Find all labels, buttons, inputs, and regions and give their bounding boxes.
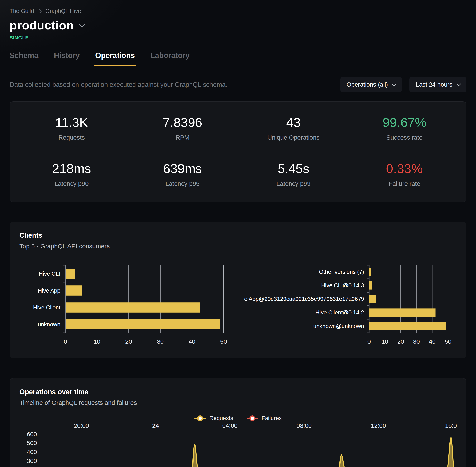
svg-text:30: 30 <box>157 338 164 345</box>
stat-label: Success rate <box>349 134 460 141</box>
svg-text:Hive Client: Hive Client <box>33 304 60 311</box>
stat-value: 7.8396 <box>127 115 238 130</box>
svg-text:40: 40 <box>429 338 436 345</box>
svg-text:Hive CLI@0.14.3: Hive CLI@0.14.3 <box>321 282 364 289</box>
svg-text:10: 10 <box>382 338 388 345</box>
tab-bar: SchemaHistoryOperationsLaboratory <box>10 51 466 66</box>
operations-timeline-chart: 010020030040050060020:0020:00242404:0004… <box>19 422 457 467</box>
tab-history[interactable]: History <box>54 51 80 66</box>
clients-charts-row: Hive CLIHive AppHive Clientunknown010203… <box>19 263 457 347</box>
tab-schema[interactable]: Schema <box>10 51 39 66</box>
stat-label: Latency p99 <box>238 180 349 187</box>
stat-value: 0.33% <box>349 161 460 176</box>
svg-text:10: 10 <box>93 338 100 345</box>
svg-text:Hive CLI: Hive CLI <box>39 271 60 277</box>
svg-text:Hive App: Hive App <box>38 287 60 294</box>
page-header: The GuildGraphQL Hive production SINGLE … <box>0 0 476 66</box>
svg-text:unknown: unknown <box>38 321 60 328</box>
svg-text:24: 24 <box>152 422 159 429</box>
graphql-hive-dashboard: The GuildGraphQL Hive production SINGLE … <box>0 0 476 467</box>
dropdown-label: Last 24 hours <box>416 81 452 88</box>
page-title: production <box>10 18 74 32</box>
stat-value: 11.3K <box>16 115 127 130</box>
stat-value: 639ms <box>127 161 238 176</box>
tab-laboratory[interactable]: Laboratory <box>150 51 190 66</box>
clients-card: Clients Top 5 - GraphQL API consumers Hi… <box>10 222 466 359</box>
svg-text:20:00: 20:00 <box>74 422 89 429</box>
time-range-dropdown[interactable]: Last 24 hours <box>410 77 466 92</box>
stat-unique-operations: 43Unique Operations <box>238 115 349 141</box>
svg-text:Hive Client@0.14.2: Hive Client@0.14.2 <box>316 310 364 316</box>
svg-text:04:00: 04:00 <box>222 422 238 429</box>
legend-label: Failures <box>262 415 282 422</box>
svg-text:0: 0 <box>64 338 67 345</box>
stat-success-rate: 99.67%Success rate <box>349 115 460 141</box>
svg-text:12:00: 12:00 <box>371 422 386 429</box>
stat-latency-p99: 5.45sLatency p99 <box>238 161 349 187</box>
breadcrumb-item-graphql-hive[interactable]: GraphQL Hive <box>45 8 81 14</box>
timeline-card-subtitle: Timeline of GraphQL requests and failure… <box>19 399 457 406</box>
svg-text:16:00: 16:00 <box>445 422 457 429</box>
timeline-card-title: Operations over time <box>19 388 457 396</box>
legend-marker-icon <box>247 415 258 421</box>
clients-by-version-chart: Other versions (7)Hive CLI@0.14.3Hive Ap… <box>244 263 457 347</box>
stat-label: RPM <box>127 134 238 141</box>
legend-marker-icon <box>194 415 206 421</box>
svg-text:20: 20 <box>125 338 132 345</box>
project-switcher[interactable]: production <box>10 18 466 32</box>
legend-dot <box>250 415 255 421</box>
clients-card-subtitle: Top 5 - GraphQL API consumers <box>19 243 457 250</box>
stat-failure-rate: 0.33%Failure rate <box>349 161 460 187</box>
dropdown-label: Operations (all) <box>346 81 388 88</box>
breadcrumb: The GuildGraphQL Hive <box>10 8 466 14</box>
stat-label: Latency p90 <box>16 180 127 187</box>
svg-text:30: 30 <box>413 338 420 345</box>
svg-text:40: 40 <box>188 338 195 345</box>
breadcrumb-item-the-guild[interactable]: The Guild <box>10 8 34 14</box>
clients-by-name-chart: Hive CLIHive AppHive Clientunknown010203… <box>19 263 232 347</box>
stat-latency-p95: 639msLatency p95 <box>127 161 238 187</box>
svg-text:50: 50 <box>220 338 227 345</box>
collection-description: Data collected based on operation execut… <box>10 81 227 89</box>
stat-label: Requests <box>16 134 127 141</box>
stat-value: 43 <box>238 115 349 130</box>
chevron-right-icon <box>38 9 42 13</box>
svg-text:300: 300 <box>27 458 37 464</box>
legend-dot <box>197 415 203 421</box>
chevron-down-icon <box>392 82 396 86</box>
stat-rpm: 7.8396RPM <box>127 115 238 141</box>
chevron-down-icon <box>79 21 85 27</box>
svg-text:400: 400 <box>27 449 37 455</box>
svg-text:20: 20 <box>397 338 404 345</box>
timeline-legend: RequestsFailures <box>19 415 457 422</box>
svg-text:Hive App@20e3129caa921c35e9979: Hive App@20e3129caa921c35e9979631e17a067… <box>244 296 364 302</box>
status-badge: SINGLE <box>10 35 466 41</box>
svg-text:600: 600 <box>27 431 37 438</box>
chevron-down-icon <box>456 82 461 86</box>
svg-text:0: 0 <box>368 338 371 345</box>
svg-text:08:00: 08:00 <box>296 422 312 429</box>
legend-label: Requests <box>209 415 233 422</box>
svg-text:500: 500 <box>27 440 37 446</box>
filter-group: Operations (all)Last 24 hours <box>340 77 466 92</box>
operations-filter-dropdown[interactable]: Operations (all) <box>340 77 402 92</box>
clients-card-title: Clients <box>19 231 457 239</box>
stat-value: 99.67% <box>349 115 460 130</box>
tab-operations[interactable]: Operations <box>95 51 135 66</box>
toolbar: Data collected based on operation execut… <box>10 77 466 92</box>
stat-label: Unique Operations <box>238 134 349 141</box>
svg-text:unknown@unknown: unknown@unknown <box>313 323 364 329</box>
legend-item-failures[interactable]: Failures <box>247 415 282 422</box>
main-content: Data collected based on operation execut… <box>0 77 476 467</box>
svg-text:50: 50 <box>445 338 451 345</box>
stat-requests: 11.3KRequests <box>16 115 127 141</box>
stats-panel: 11.3KRequests7.8396RPM43Unique Operation… <box>10 101 466 202</box>
svg-text:Other versions (7): Other versions (7) <box>319 269 364 275</box>
operations-over-time-card: Operations over time Timeline of GraphQL… <box>10 378 466 467</box>
stat-label: Failure rate <box>349 180 460 187</box>
legend-item-requests[interactable]: Requests <box>194 415 233 422</box>
stat-label: Latency p95 <box>127 180 238 187</box>
stat-value: 5.45s <box>238 161 349 176</box>
stat-latency-p90: 218msLatency p90 <box>16 161 127 187</box>
stat-value: 218ms <box>16 161 127 176</box>
